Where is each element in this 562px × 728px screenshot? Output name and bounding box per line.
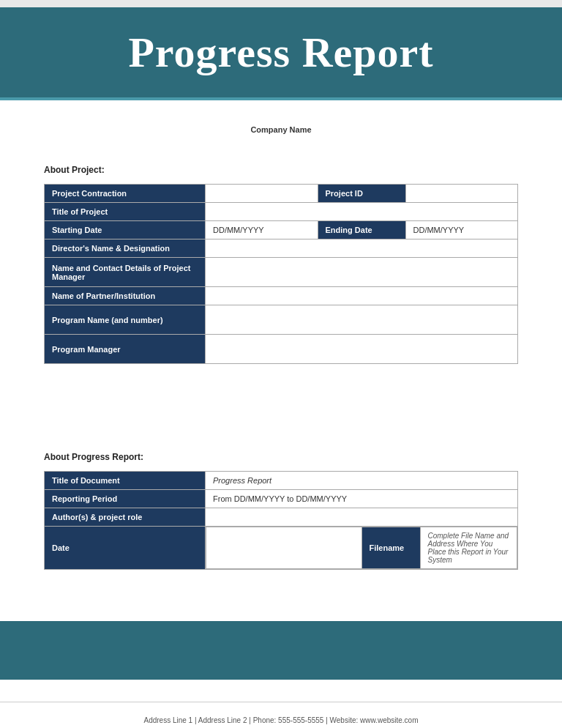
footer-band xyxy=(0,621,562,680)
page-title: Progress Report xyxy=(29,28,533,77)
starting-date-value[interactable]: DD/MM/YYYY xyxy=(206,221,318,239)
project-id-label: Project ID xyxy=(318,185,405,203)
date-label: Date xyxy=(45,527,206,570)
table-row: Starting Date DD/MM/YYYY Ending Date DD/… xyxy=(45,221,518,239)
title-document-value[interactable]: Progress Report xyxy=(206,472,518,490)
ending-date-label: Ending Date xyxy=(318,221,405,239)
authors-value[interactable] xyxy=(206,508,518,527)
about-report-label: About Progress Report: xyxy=(44,452,518,462)
filename-label: Filename xyxy=(361,527,420,569)
project-contraction-label: Project Contraction xyxy=(45,185,206,203)
table-row: Program Name (and number) xyxy=(45,305,518,335)
partner-institution-label: Name of Partner/Institution xyxy=(45,287,206,305)
authors-label: Author(s) & project role xyxy=(45,508,206,527)
date-value[interactable] xyxy=(206,527,362,569)
program-manager-label: Program Manager xyxy=(45,335,206,364)
footer-spacer xyxy=(0,680,562,702)
table-row: Title of Document Progress Report xyxy=(45,472,518,490)
title-document-label: Title of Document xyxy=(45,472,206,490)
program-manager-value[interactable] xyxy=(206,335,518,364)
ending-date-value[interactable]: DD/MM/YYYY xyxy=(405,221,518,239)
table-row: Title of Project xyxy=(45,203,518,221)
main-content: Company Name About Project: Project Cont… xyxy=(0,100,562,621)
project-id-value[interactable] xyxy=(405,185,518,203)
reporting-period-label: Reporting Period xyxy=(45,490,206,508)
project-contraction-value[interactable] xyxy=(206,185,318,203)
table-row: Program Manager xyxy=(45,335,518,364)
table-row: Author(s) & project role xyxy=(45,508,518,527)
report-info-table: Title of Document Progress Report Report… xyxy=(44,471,518,570)
table-row: Date Filename Complete File Name and Add… xyxy=(45,527,518,570)
company-name-section: Company Name xyxy=(44,122,518,135)
directors-name-value[interactable] xyxy=(206,239,518,258)
page: Progress Report Company Name About Proje… xyxy=(0,7,562,728)
company-name-label: Company Name xyxy=(250,125,311,134)
table-row: Name and Contact Details of Project Mana… xyxy=(45,258,518,287)
footer: Address Line 1 | Address Line 2 | Phone:… xyxy=(0,702,562,728)
reporting-period-value[interactable]: From DD/MM/YYYY to DD/MM/YYYY xyxy=(206,490,518,508)
project-manager-value[interactable] xyxy=(206,258,518,287)
date-filename-cell: Filename Complete File Name and Address … xyxy=(206,527,518,570)
program-name-value[interactable] xyxy=(206,305,518,335)
table-row: Director's Name & Designation xyxy=(45,239,518,258)
project-info-table: Project Contraction Project ID Title of … xyxy=(44,184,518,364)
directors-name-label: Director's Name & Designation xyxy=(45,239,206,258)
footer-text: Address Line 1 | Address Line 2 | Phone:… xyxy=(143,716,418,724)
table-row: Name of Partner/Institution xyxy=(45,287,518,305)
table-row: Project Contraction Project ID xyxy=(45,185,518,203)
filename-value[interactable]: Complete File Name and Address Where You… xyxy=(420,527,517,569)
starting-date-label: Starting Date xyxy=(45,221,206,239)
partner-institution-value[interactable] xyxy=(206,287,518,305)
program-name-label: Program Name (and number) xyxy=(45,305,206,335)
about-project-label: About Project: xyxy=(44,165,518,175)
title-of-project-label: Title of Project xyxy=(45,203,206,221)
spacer xyxy=(44,393,518,452)
title-of-project-value[interactable] xyxy=(206,203,518,221)
table-row: Reporting Period From DD/MM/YYYY to DD/M… xyxy=(45,490,518,508)
header: Progress Report xyxy=(0,7,562,97)
project-manager-label: Name and Contact Details of Project Mana… xyxy=(45,258,206,287)
